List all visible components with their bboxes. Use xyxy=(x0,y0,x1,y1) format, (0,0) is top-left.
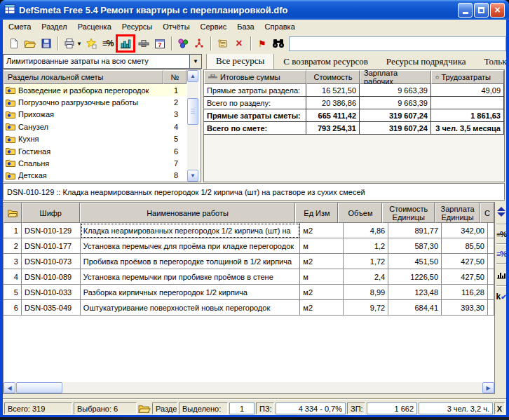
tab-labor-only[interactable]: Только трудозатрат xyxy=(475,55,506,69)
status-pz-label: ПЗ: xyxy=(256,402,274,414)
section-row[interactable]: Прихожая 3 xyxy=(4,109,186,121)
percent-black-button[interactable]: ≡% xyxy=(496,230,506,238)
combobox-value: Лимитированные затраты на всю смету xyxy=(4,55,189,68)
side-tool-strip: ≡% ≡% k✔ xyxy=(496,202,506,394)
tab-all-resources[interactable]: Все ресурсы xyxy=(206,54,274,69)
menu-razdel[interactable]: Раздел xyxy=(41,22,67,31)
print-button[interactable] xyxy=(62,35,78,52)
sections-vertical-scrollbar[interactable]: ▲ ▼ xyxy=(186,70,198,182)
delete-button[interactable]: × xyxy=(231,35,247,52)
circle-icon: ○ xyxy=(435,74,439,81)
scroll-down-button[interactable]: ▼ xyxy=(187,170,198,182)
scroll-left-button[interactable]: ◀ xyxy=(4,382,15,393)
header-name[interactable]: Наименование работы xyxy=(80,203,296,223)
save-button[interactable] xyxy=(38,35,54,52)
percent-lines-icon: ≡% xyxy=(102,39,114,48)
scroll-button[interactable] xyxy=(215,35,231,52)
flag-button[interactable]: ⚑ xyxy=(254,35,271,52)
scroll-icon xyxy=(217,38,229,49)
section-row[interactable]: Гостиная 6 xyxy=(4,145,186,157)
coefficient-button[interactable]: k✔ xyxy=(496,292,506,302)
press-button[interactable] xyxy=(135,35,151,52)
tab-contractor-resources[interactable]: Ресурсы подрядчика xyxy=(377,55,475,69)
scroll-thumb[interactable] xyxy=(16,382,62,393)
open-file-button[interactable] xyxy=(22,35,38,52)
status-crew: 3 чел. 3,2 ч. xyxy=(419,402,493,414)
section-row[interactable]: Возведение и разборка перегородок 1 xyxy=(4,84,186,96)
percent-blue-button[interactable]: ≡% xyxy=(496,250,506,258)
folder-icon xyxy=(6,86,15,94)
focused-cell[interactable]: Кладка неармированных перегородок 1/2 ки… xyxy=(81,223,301,238)
work-row[interactable]: 3 DSN-010-073 Пробивка проёмов в перегор… xyxy=(4,254,494,269)
scroll-thumb[interactable] xyxy=(187,98,198,125)
maximize-button[interactable] xyxy=(474,3,489,18)
sections-header-title: Разделы локальной сметы xyxy=(4,70,163,84)
strip-separator xyxy=(496,243,506,245)
scroll-right-button[interactable]: ▶ xyxy=(482,382,494,393)
section-row[interactable]: Детская 8 xyxy=(4,170,186,182)
chart-button[interactable] xyxy=(496,269,506,280)
section-row[interactable]: Погрузочно разгрузочные работы 2 xyxy=(4,96,186,108)
section-row[interactable]: Кухня 5 xyxy=(4,133,186,145)
strip-separator xyxy=(496,285,506,287)
menu-rascenka[interactable]: Расценка xyxy=(78,22,111,31)
status-total: Всего: 319 xyxy=(4,402,72,414)
header-volume[interactable]: Объем xyxy=(338,203,382,223)
colored-balls-button[interactable] xyxy=(175,35,191,52)
work-row[interactable]: 5 DSN-010-033 Разборка кирпичных перегор… xyxy=(4,285,494,300)
new-document-button[interactable] xyxy=(6,35,22,52)
search-button[interactable] xyxy=(271,35,287,52)
calendar-button[interactable]: 7 xyxy=(151,35,168,52)
red-x-icon: × xyxy=(236,37,242,50)
limited-costs-button[interactable]: ≡% xyxy=(100,35,116,52)
status-close-button[interactable]: X xyxy=(494,402,505,414)
header-unit[interactable]: Ед Изм xyxy=(295,203,338,223)
up-down-diamond-icon xyxy=(496,206,506,217)
menu-smeta[interactable]: Смета xyxy=(8,22,31,31)
folder-icon xyxy=(8,209,18,217)
menu-servis[interactable]: Сервис xyxy=(201,22,227,31)
toolbar-separator xyxy=(171,36,172,50)
close-button[interactable]: × xyxy=(490,3,505,18)
header-unit-salary[interactable]: ЗарплатаЕдиницы xyxy=(435,203,480,223)
menu-resursy[interactable]: Ресурсы xyxy=(122,22,152,31)
work-row[interactable]: 6 DSN-035-049 Оштукатуривание поверхност… xyxy=(4,300,494,316)
structure-button[interactable] xyxy=(191,35,208,52)
chevron-down-icon: ▼ xyxy=(193,58,198,65)
section-row[interactable]: Спальня 7 xyxy=(4,157,186,169)
work-table: Шифр Наименование работы Ед Изм Объем Ст… xyxy=(3,202,495,394)
statusbar-divider xyxy=(3,398,506,400)
limited-costs-combobox[interactable]: Лимитированные затраты на всю смету ▼ xyxy=(3,54,202,69)
top-panels: Разделы локальной сметы № Возведение и р… xyxy=(3,69,506,183)
work-row[interactable]: 1 DSN-010-129 Кладка неармированных пере… xyxy=(4,223,494,238)
minimize-button[interactable] xyxy=(458,3,473,18)
strip-separator xyxy=(496,224,506,225)
section-row[interactable]: Санузел 4 xyxy=(4,121,186,133)
header-unit-cost[interactable]: СтоимостьЕдиницы xyxy=(382,203,435,223)
search-input[interactable] xyxy=(289,36,506,51)
work-row[interactable]: 2 DSN-010-177 Установка перемычек для пр… xyxy=(4,238,494,254)
app-window: DefSmeta Free 5.4 Ремонт квартиры с пере… xyxy=(0,0,509,417)
header-clipped: С xyxy=(480,203,494,223)
print-dropdown-button[interactable]: ▼ xyxy=(76,41,83,47)
strip-separator xyxy=(496,263,506,264)
totals-header: Итоговые суммы Стоимость Зарплата рабочи… xyxy=(204,70,504,84)
work-table-horizontal-scrollbar[interactable]: ◀ ▶ xyxy=(4,381,494,393)
desktop-strip xyxy=(0,417,509,420)
totals-row: Прямые затраты раздела: 16 521,50 9 663,… xyxy=(204,84,504,97)
menu-spravka[interactable]: Справка xyxy=(265,22,295,31)
menu-baza[interactable]: База xyxy=(237,22,254,31)
menu-otchety[interactable]: Отчёты xyxy=(163,22,189,31)
new-estimate-wizard-button[interactable] xyxy=(83,35,100,52)
combobox-dropdown-button[interactable]: ▼ xyxy=(189,55,201,68)
work-row[interactable]: 4 DSN-010-089 Установка перемычки при пр… xyxy=(4,269,494,285)
new-document-icon xyxy=(8,38,20,49)
wizard-star-icon xyxy=(86,38,97,49)
folder-icon xyxy=(6,123,15,130)
tab-returned-resources[interactable]: С возвратом ресурсов xyxy=(274,55,377,69)
resources-chart-button[interactable] xyxy=(118,35,133,52)
scroll-up-button[interactable]: ▲ xyxy=(187,70,198,82)
maximize-icon xyxy=(478,7,484,13)
sort-diamond-button[interactable] xyxy=(496,206,506,219)
header-code[interactable]: Шифр xyxy=(22,203,80,223)
